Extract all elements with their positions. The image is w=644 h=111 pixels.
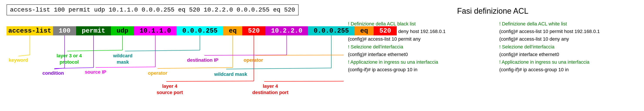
white-list-line-5: ! Applicazione in ingress su una interfa… — [499, 58, 638, 66]
token-sport: 520 — [242, 26, 265, 35]
token-eq1: eq — [223, 26, 242, 35]
svg-line-9 — [125, 50, 200, 51]
white-list-line-4: (config)# interface ethernet0 — [499, 51, 638, 58]
label-operator2: operator — [244, 57, 263, 63]
svg-line-15 — [204, 55, 287, 55]
token-wildcard1: 0.0.0.255 — [176, 26, 223, 35]
white-list-col: ! Definizione della ACL white list (conf… — [499, 20, 638, 73]
label-wildcard1: wildcardmask — [113, 53, 132, 65]
label-wildcard2: wildcard mask — [214, 71, 247, 78]
label-layer34: layer 3 or 4protocol — [56, 53, 82, 65]
token-100: 100 — [53, 26, 76, 35]
white-list-line-6: (config-if)# ip access-group 10 in — [499, 66, 638, 73]
white-list-line-3: ! Selezione dell'interfaccia — [499, 43, 638, 51]
token-eq2: eq — [354, 26, 374, 35]
command-text: access-list 100 permit udp 10.1.1.0 0.0.… — [10, 6, 295, 13]
svg-line-23 — [54, 68, 94, 68]
black-list-line-2: (config)# access-list 10 permit any — [348, 35, 486, 43]
label-layer4-dst: layer 4destination port — [252, 83, 288, 96]
token-wildcard2: 0.0.0.255 — [308, 26, 354, 35]
token-udp: udp — [111, 26, 134, 35]
label-dst-ip: destination IP — [187, 57, 218, 63]
svg-line-21 — [264, 81, 344, 82]
info-section: Fasi definizione ACL ! Definizione della… — [348, 6, 638, 107]
svg-line-11 — [158, 68, 233, 68]
right-panel: Fasi definizione ACL ! Definizione della… — [348, 4, 638, 107]
label-keyword: keyword — [9, 57, 28, 63]
command-box: access-list 100 permit udp 10.1.1.0 0.0.… — [6, 4, 298, 15]
white-list-line-2: (config)# access-list 10 deny any — [499, 35, 638, 43]
svg-line-7 — [96, 67, 155, 68]
annotation-area: keyword condition layer 3 or 4protocol s… — [6, 35, 344, 98]
svg-line-1 — [18, 55, 30, 56]
token-dst-ip: 10.2.2.0 — [265, 26, 308, 35]
black-list-line-6: (config-if)# ip access-group 10 in — [348, 66, 486, 73]
token-access-list: access-list — [6, 26, 53, 35]
main-container: access-list 100 permit udp 10.1.1.0 0.0.… — [0, 0, 644, 111]
svg-line-13 — [166, 81, 254, 82]
page-title: Fasi definizione ACL — [348, 6, 638, 16]
token-dport: 520 — [374, 26, 397, 35]
label-condition: condition — [42, 70, 64, 77]
white-list-heading: ! Definizione della ACL white list — [499, 20, 638, 28]
token-permit: permit — [76, 26, 111, 35]
label-layer4-src: layer 4source port — [156, 83, 183, 96]
black-list-line-4: (config)# interface ethernet0 — [348, 51, 486, 58]
left-panel: access-list 100 permit udp 10.1.1.0 0.0.… — [6, 4, 344, 107]
token-src-ip: 10.1.1.0 — [134, 26, 176, 35]
svg-line-3 — [54, 68, 64, 69]
tokens-and-annotations: access-list 100 permit udp 10.1.1.0 0.0.… — [6, 26, 344, 98]
svg-line-17 — [226, 68, 331, 69]
svg-line-19 — [256, 55, 344, 55]
label-source-ip: source IP — [85, 69, 106, 75]
tokens-row: access-list 100 permit udp 10.1.1.0 0.0.… — [6, 26, 344, 35]
label-operator1: operator — [148, 70, 167, 77]
black-list-line-5: ! Applicazione in ingress su una interfa… — [348, 58, 486, 66]
black-list-line-3: ! Selezione dell'interfaccia — [348, 43, 486, 51]
white-list-line-1: (config)# access-list 10 permit host 192… — [499, 28, 638, 35]
svg-line-5 — [68, 50, 122, 51]
